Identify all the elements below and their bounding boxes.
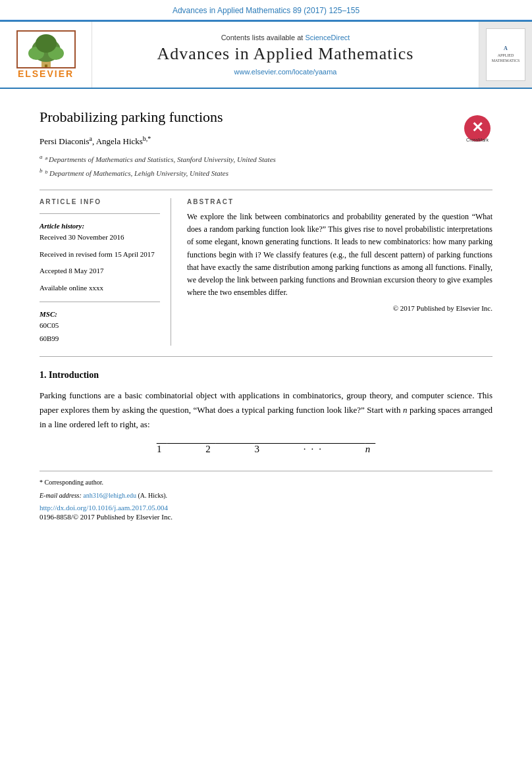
svg-rect-6 bbox=[16, 30, 76, 32]
available-text: Available online xxxx bbox=[40, 282, 160, 294]
math-sequence-display: 1 2 3 ··· n bbox=[40, 444, 492, 455]
journal-info-block: Contents lists available at ScienceDirec… bbox=[92, 22, 479, 88]
doi-link[interactable]: http://dx.doi.org/10.1016/j.aam.2017.05.… bbox=[40, 504, 492, 512]
msc-label: MSC: bbox=[40, 310, 160, 318]
affiliation-a: a ᵃ Departments of Mathematics and Stati… bbox=[40, 152, 492, 165]
overline-2: 2 bbox=[205, 444, 216, 454]
received-1-text: Received 30 November 2016 bbox=[40, 232, 160, 244]
divider-2 bbox=[40, 356, 492, 357]
journal-reference-link[interactable]: Advances in Applied Mathematics 89 (2017… bbox=[173, 6, 359, 15]
abstract-column: ABSTRACT We explore the link between com… bbox=[187, 198, 492, 346]
svg-text:✕: ✕ bbox=[471, 119, 483, 136]
thumb-inner-block: A APPLIED MATHEMATICS bbox=[486, 28, 525, 81]
journal-url: www.elsevier.com/locate/yaama bbox=[234, 68, 337, 76]
sciencedirect-link[interactable]: ScienceDirect bbox=[305, 34, 350, 41]
crossmark-badge: ✕ CrossMark bbox=[463, 114, 492, 146]
journal-header: ELSEVIER Contents lists available at Sci… bbox=[0, 20, 532, 89]
authors-line: Persi Diaconisa, Angela Hicksb,* bbox=[40, 135, 492, 147]
svg-text:CrossMark: CrossMark bbox=[466, 138, 489, 142]
msc-1: 60C05 bbox=[40, 319, 160, 332]
elsevier-tree-icon bbox=[16, 30, 76, 68]
footnote-star-text: * Corresponding author. bbox=[40, 477, 492, 488]
footnote-area: * Corresponding author. E-mail address: … bbox=[40, 471, 492, 501]
overline-1: 1 bbox=[157, 444, 167, 454]
svg-rect-9 bbox=[74, 30, 76, 68]
crossmark-icon: ✕ CrossMark bbox=[463, 114, 492, 144]
overline-3: 3 bbox=[254, 444, 265, 454]
copyright-line: © 2017 Published by Elsevier Inc. bbox=[187, 304, 492, 312]
article-info-column: ARTICLE INFO Article history: Received 3… bbox=[40, 198, 171, 346]
paper-title: Probabilizing parking functions bbox=[40, 109, 492, 126]
abstract-heading: ABSTRACT bbox=[187, 198, 492, 205]
abstract-text: We explore the link between combinatoric… bbox=[187, 211, 492, 299]
author-sup-a: a bbox=[89, 135, 92, 142]
footnote-email-line: E-mail address: anh316@lehigh.edu (A. Hi… bbox=[40, 490, 492, 501]
msc-2: 60B99 bbox=[40, 332, 160, 346]
received-revised-text: Received in revised form 15 April 2017 bbox=[40, 249, 160, 261]
divider-info bbox=[40, 213, 160, 214]
section-1-title: 1. Introduction bbox=[40, 370, 492, 381]
issn-line: 0196-8858/© 2017 Published by Elsevier I… bbox=[40, 513, 492, 521]
article-history-label: Article history: bbox=[40, 222, 160, 230]
journal-title: Advances in Applied Mathematics bbox=[157, 44, 414, 64]
contents-label: Contents lists available at ScienceDirec… bbox=[221, 34, 350, 41]
author-sup-b: b,* bbox=[143, 135, 151, 142]
divider-info-2 bbox=[40, 302, 160, 302]
paper-body: ✕ CrossMark Probabilizing parking functi… bbox=[0, 89, 532, 534]
accepted-text: Accepted 8 May 2017 bbox=[40, 265, 160, 277]
msc-codes: 60C05 60B99 bbox=[40, 319, 160, 346]
title-area: ✕ CrossMark Probabilizing parking functi… bbox=[40, 109, 492, 126]
footnote-email-link[interactable]: anh316@lehigh.edu bbox=[83, 492, 136, 499]
svg-point-5 bbox=[36, 34, 57, 53]
affiliation-b: b ᵇ Department of Mathematics, Lehigh Un… bbox=[40, 166, 492, 179]
svg-rect-8 bbox=[16, 30, 18, 68]
journal-thumbnail: A APPLIED MATHEMATICS bbox=[479, 22, 532, 88]
article-info-heading: ARTICLE INFO bbox=[40, 198, 160, 205]
journal-reference-bar: Advances in Applied Mathematics 89 (2017… bbox=[0, 0, 532, 20]
affiliations-block: a ᵃ Departments of Mathematics and Stati… bbox=[40, 152, 492, 179]
divider-1 bbox=[40, 190, 492, 190]
article-info-abstract-row: ARTICLE INFO Article history: Received 3… bbox=[40, 198, 492, 346]
elsevier-brand-text: ELSEVIER bbox=[18, 68, 74, 79]
elsevier-logo-block: ELSEVIER bbox=[0, 22, 92, 88]
intro-paragraph-1: Parking functions are a basic combinator… bbox=[40, 388, 492, 432]
overline-n: n bbox=[365, 444, 376, 454]
